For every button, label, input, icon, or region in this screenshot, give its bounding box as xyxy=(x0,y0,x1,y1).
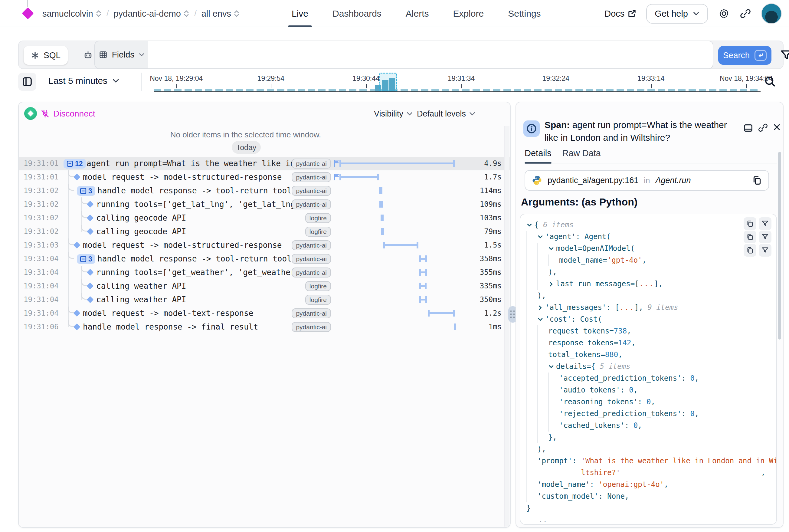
filter-funnel-icon[interactable] xyxy=(780,49,789,62)
fields-dropdown-button[interactable]: Fields xyxy=(94,41,149,69)
tag-pill[interactable]: logfire xyxy=(305,213,331,223)
caret-down-icon[interactable] xyxy=(537,234,545,240)
code-line[interactable]: 'all_messages': [...], 9 items xyxy=(526,302,775,314)
caret-right-icon[interactable] xyxy=(537,305,545,311)
tag-pill[interactable]: pydantic-ai xyxy=(292,200,331,209)
trace-row[interactable]: 19:31:023handle model response -> tool-r… xyxy=(19,184,511,197)
trace-row[interactable]: 19:31:02running tools=['get_lat_lng', 'g… xyxy=(19,197,511,211)
code-line[interactable]: ), xyxy=(526,443,775,455)
collapse-badge[interactable]: 3 xyxy=(77,254,95,264)
caret-right-icon[interactable] xyxy=(548,281,556,287)
code-line[interactable]: 'cached_tokens': 0, xyxy=(526,420,775,432)
code-line[interactable]: 'custom_model': None, xyxy=(526,491,775,502)
trace-row[interactable]: 19:31:01model request -> model-structure… xyxy=(19,170,511,184)
code-line[interactable]: 'cost': Cost( xyxy=(526,314,775,325)
trace-list-scrollbar[interactable] xyxy=(504,126,509,527)
code-line[interactable]: 'rejected_prediction_tokens': 0, xyxy=(526,408,775,420)
search-button[interactable]: Search xyxy=(718,46,771,65)
tag-pill[interactable]: pydantic-ai xyxy=(292,240,331,250)
code-line[interactable]: last_run_messages=[...], xyxy=(526,278,775,290)
logfire-logo-icon[interactable] xyxy=(22,7,34,19)
copy-icon[interactable] xyxy=(752,175,762,185)
breadcrumb-item[interactable]: all envs xyxy=(201,9,239,19)
user-avatar[interactable] xyxy=(761,3,782,24)
code-line[interactable]: details={ 5 items xyxy=(526,361,775,373)
source-location[interactable]: pydantic_ai/agent.py:161 in Agent.run xyxy=(525,170,769,191)
trace-row[interactable]: 19:31:04running tools=['get_weather', 'g… xyxy=(19,266,511,279)
filter-funnel-icon[interactable] xyxy=(759,231,771,243)
sidebar-toggle-button[interactable] xyxy=(18,73,36,91)
code-line[interactable]: 'prompt': 'What is the weather like in L… xyxy=(526,455,775,467)
zoom-magnifier-icon[interactable] xyxy=(764,75,776,88)
code-line[interactable]: ), xyxy=(526,290,775,302)
get-help-button[interactable]: Get help xyxy=(646,4,708,24)
histogram-selection[interactable] xyxy=(379,73,397,91)
tag-pill[interactable]: pydantic-ai xyxy=(292,322,331,332)
tag-pill[interactable]: pydantic-ai xyxy=(292,158,331,169)
trace-row[interactable]: 19:31:04calling weather APIlogfire335ms xyxy=(19,279,511,293)
breadcrumb-item[interactable]: samuelcolvin xyxy=(42,9,102,19)
code-line[interactable]: }, xyxy=(526,432,775,443)
code-line[interactable]: model=OpenAIModel( xyxy=(526,243,775,254)
code-line[interactable]: request_tokens=738, xyxy=(526,325,775,337)
close-icon[interactable] xyxy=(773,123,781,131)
trace-row[interactable]: 19:31:0112agent run prompt=What is the w… xyxy=(19,157,511,170)
filter-funnel-icon[interactable] xyxy=(759,244,771,256)
tag-pill[interactable]: pydantic-ai xyxy=(292,172,331,182)
dock-panel-icon[interactable] xyxy=(743,123,753,133)
trace-row[interactable]: 19:31:02calling geocode APIlogfire103ms xyxy=(19,211,511,225)
caret-down-icon[interactable] xyxy=(548,364,556,370)
code-line[interactable]: 'model_name': 'openai:gpt-4o', xyxy=(526,479,775,491)
trace-row[interactable]: 19:31:06handle model response -> final r… xyxy=(19,320,511,334)
tab-live[interactable]: Live xyxy=(292,0,308,27)
tag-pill[interactable]: logfire xyxy=(305,281,331,291)
copy-icon[interactable] xyxy=(744,217,756,230)
docs-link[interactable]: Docs xyxy=(604,9,636,19)
breadcrumb-item[interactable]: pydantic-ai-demo xyxy=(113,9,189,19)
filter-funnel-icon[interactable] xyxy=(759,217,771,230)
tag-pill[interactable]: pydantic-ai xyxy=(292,254,331,264)
copy-icon[interactable] xyxy=(744,244,756,256)
tag-pill[interactable]: pydantic-ai xyxy=(292,186,331,196)
tab-settings[interactable]: Settings xyxy=(508,0,541,27)
caret-down-icon[interactable] xyxy=(526,222,534,228)
copy-icon[interactable] xyxy=(744,231,756,243)
trace-row[interactable]: 19:31:04model request -> model-text-resp… xyxy=(19,307,511,320)
tag-pill[interactable]: logfire xyxy=(305,295,331,305)
trace-row[interactable]: 19:31:04calling weather APIlogfire350ms xyxy=(19,293,511,307)
trace-row[interactable]: 19:31:02calling geocode APIlogfire79ms xyxy=(19,225,511,239)
tab-raw-data[interactable]: Raw Data xyxy=(562,148,601,164)
code-line[interactable]: ltshire?', xyxy=(526,467,775,479)
caret-down-icon[interactable] xyxy=(537,317,545,323)
sql-mode-button[interactable]: SQL xyxy=(24,46,68,65)
code-line[interactable]: model_name='gpt-4o', xyxy=(526,254,775,266)
tab-explore[interactable]: Explore xyxy=(453,0,484,27)
trace-row[interactable]: 19:31:043handle model response -> tool-r… xyxy=(19,252,511,266)
code-line[interactable]: { 6 items xyxy=(526,219,775,231)
tag-pill[interactable]: logfire xyxy=(305,227,331,236)
caret-down-icon[interactable] xyxy=(548,246,556,252)
theme-toggle-sun-icon[interactable] xyxy=(718,8,730,19)
trace-row[interactable]: 19:31:03model request -> model-structure… xyxy=(19,239,511,252)
code-line[interactable]: 'audio_tokens': 0, xyxy=(526,384,775,396)
code-line[interactable]: ), xyxy=(526,266,775,278)
tab-details[interactable]: Details xyxy=(525,148,552,164)
tag-pill[interactable]: pydantic-ai xyxy=(292,308,331,318)
copy-link-icon[interactable] xyxy=(740,8,751,19)
query-input[interactable] xyxy=(148,41,713,69)
code-line[interactable]: 'agent': Agent( xyxy=(526,231,775,243)
code-line[interactable]: 'accepted_prediction_tokens': 0, xyxy=(526,373,775,384)
tab-alerts[interactable]: Alerts xyxy=(406,0,429,27)
pin-flag-icon[interactable] xyxy=(333,173,340,180)
code-line[interactable]: total_tokens=880, xyxy=(526,349,775,361)
span-link-icon[interactable] xyxy=(758,123,768,133)
time-range-dropdown[interactable]: Last 5 minutes xyxy=(49,76,119,86)
collapse-badge[interactable]: 3 xyxy=(77,186,95,196)
code-line[interactable]: response_tokens=142, xyxy=(526,337,775,349)
tab-dashboards[interactable]: Dashboards xyxy=(332,0,382,27)
collapse-badge[interactable]: 12 xyxy=(63,159,86,169)
tag-pill[interactable]: pydantic-ai xyxy=(292,267,331,278)
span-panel-scrollbar[interactable] xyxy=(778,152,781,340)
time-axis[interactable]: Nov 18, 19:29:0419:29:5419:30:4419:31:34… xyxy=(151,71,777,94)
code-line[interactable]: } xyxy=(526,502,775,514)
